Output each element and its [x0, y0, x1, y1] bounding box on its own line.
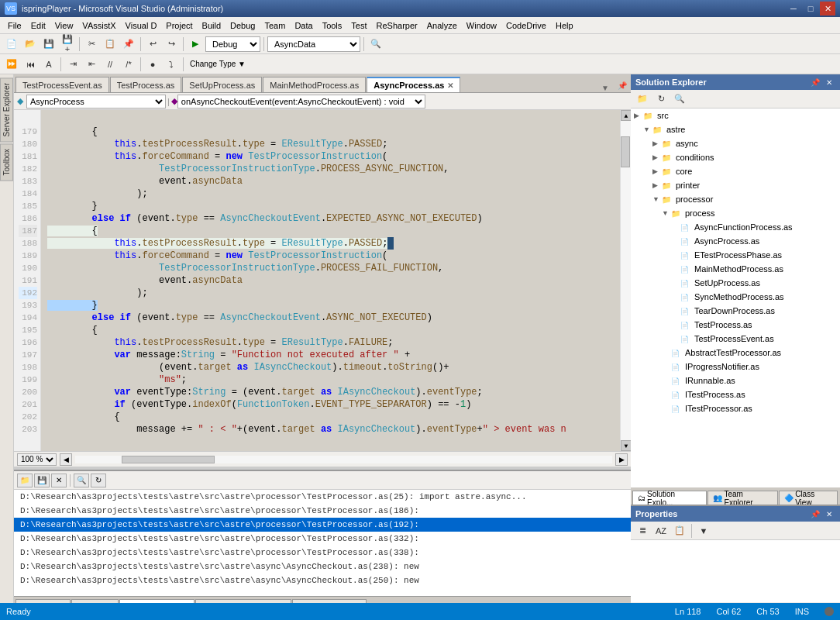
menu-item-project[interactable]: Project	[161, 19, 197, 32]
change-type-btn[interactable]: Change Type ▼	[187, 60, 249, 68]
tab-testprocessevent[interactable]: TestProcessEvent.as	[15, 77, 109, 92]
indent-btn[interactable]: ⇥	[64, 56, 81, 73]
prop-sort-alpha-btn[interactable]: AZ	[652, 522, 670, 539]
menu-item-window[interactable]: Window	[462, 19, 501, 32]
result-row-4[interactable]: D:\Research\as3projects\tests\astre\src\…	[14, 546, 631, 560]
prop-dropdown-btn[interactable]: ▼	[695, 522, 712, 539]
paste-btn[interactable]: 📌	[120, 36, 137, 53]
tb2-btn3[interactable]: A	[40, 56, 57, 73]
menu-item-data[interactable]: Data	[290, 19, 317, 32]
class-dropdown[interactable]: AsyncProcess	[26, 95, 166, 108]
result-row-6[interactable]: D:\Research\as3projects\tests\astre\src\…	[14, 574, 631, 587]
tree-item-asyncprocess[interactable]: 📄 AsyncProcess.as	[631, 234, 840, 248]
find-tb-btn5[interactable]: ↻	[91, 474, 106, 487]
tree-item-process[interactable]: ▼ 📁 process	[631, 206, 840, 220]
bkpt-btn[interactable]: ●	[144, 56, 161, 73]
scroll-thumb[interactable]	[621, 136, 630, 167]
menu-item-visual d[interactable]: Visual D	[121, 19, 162, 32]
find-tb-btn1[interactable]: 📁	[17, 474, 33, 487]
se-tab-team[interactable]: 👥 Team Explorer	[707, 491, 778, 505]
undo-btn[interactable]: ↩	[144, 36, 161, 53]
zoom-left-btn[interactable]: ◀	[60, 453, 72, 466]
se-close-btn[interactable]: ✕	[823, 78, 835, 87]
tree-item-astre[interactable]: ▼ 📁 astre	[631, 122, 840, 136]
zoom-dropdown[interactable]: 100 %	[17, 453, 57, 466]
code-content[interactable]: { this.testProcessResult.type = EResultT…	[41, 110, 620, 451]
tree-item-src[interactable]: ▶ 📁 src	[631, 108, 840, 122]
redo-btn[interactable]: ↪	[163, 36, 180, 53]
close-tab-icon[interactable]: ✕	[447, 81, 453, 90]
tree-item-syncmethodprocess[interactable]: 📄 SyncMethodProcess.as	[631, 290, 840, 304]
tree-item-printer[interactable]: ▶ 📁 printer	[631, 178, 840, 192]
zoom-right-btn[interactable]: ▶	[615, 453, 628, 466]
tree-item-asyncfunctionprocess[interactable]: 📄 AsyncFunctionProcess.as	[631, 220, 840, 234]
tab-asyncprocess[interactable]: AsyncProcess.as ✕	[367, 77, 460, 92]
menu-item-edit[interactable]: Edit	[26, 19, 50, 32]
maximize-button[interactable]: □	[803, 2, 818, 16]
se-filter-btn[interactable]: 🔍	[671, 91, 688, 108]
se-collapse-btn[interactable]: 📁	[634, 91, 651, 108]
menu-item-build[interactable]: Build	[198, 19, 225, 32]
tab-testprocess[interactable]: TestProcess.as	[110, 77, 182, 92]
result-row-1[interactable]: D:\Research\as3projects\tests\astre\src\…	[14, 504, 631, 518]
minimize-button[interactable]: ─	[786, 2, 801, 16]
tree-item-itestprocess[interactable]: 📄 ITestProcess.as	[631, 388, 840, 401]
menu-item-debug[interactable]: Debug	[225, 19, 260, 32]
se-tab-class[interactable]: 🔷 Class View	[779, 491, 838, 505]
uncomment-btn[interactable]: /*	[120, 56, 137, 73]
close-button[interactable]: ✕	[820, 2, 835, 16]
find-tb-btn2[interactable]: 💾	[34, 474, 50, 487]
tb2-btn1[interactable]: ⏩	[3, 56, 20, 73]
method-dropdown[interactable]: onAsyncCheckoutEvent(event:AsyncCheckout…	[177, 95, 425, 108]
prop-close-btn[interactable]: ✕	[823, 510, 835, 518]
open-btn[interactable]: 📂	[22, 36, 39, 53]
copy-btn[interactable]: 📋	[102, 36, 119, 53]
se-pin-btn[interactable]: 📌	[809, 78, 821, 87]
menu-item-view[interactable]: View	[50, 19, 78, 32]
editor-scrollbar[interactable]: ▲ ▼	[620, 110, 631, 451]
debug-mode-dropdown[interactable]: Debug Release	[205, 36, 260, 52]
save-all-btn[interactable]: 💾+	[59, 36, 76, 53]
menu-item-help[interactable]: Help	[551, 19, 578, 32]
tree-item-itestprocessor[interactable]: 📄 ITestProcessor.as	[631, 401, 840, 415]
prop-pin-btn[interactable]: 📌	[809, 510, 821, 518]
pin-tab-btn[interactable]: 📌	[615, 78, 629, 92]
save-btn[interactable]: 💾	[40, 36, 57, 53]
tree-item-core[interactable]: ▶ 📁 core	[631, 164, 840, 178]
project-dropdown[interactable]: AsyncData	[267, 36, 360, 52]
scroll-track[interactable]	[621, 121, 631, 440]
tree-item-conditions[interactable]: ▶ 📁 conditions	[631, 150, 840, 164]
server-explorer-tab[interactable]: Server Explorer	[0, 78, 13, 142]
scroll-down-btn[interactable]: ▼	[621, 440, 631, 451]
prop-sort-cat-btn[interactable]: ≣	[634, 522, 651, 539]
menu-item-vassistx[interactable]: VAssistX	[77, 19, 120, 32]
menu-item-test[interactable]: Test	[346, 19, 371, 32]
tree-item-irunnable[interactable]: 📄 IRunnable.as	[631, 374, 840, 388]
comment-btn[interactable]: //	[102, 56, 119, 73]
tree-item-testprocessevent[interactable]: 📄 TestProcessEvent.as	[631, 332, 840, 346]
tab-setupprocess[interactable]: SetUpProcess.as	[182, 77, 262, 92]
code-area[interactable]: 179 180 181 182 183 184 185 186 187 188 …	[14, 110, 631, 451]
cut-btn[interactable]: ✂	[83, 36, 100, 53]
scroll-up-btn[interactable]: ▲	[621, 110, 631, 121]
menu-item-team[interactable]: Team	[260, 19, 290, 32]
tree-item-etestprocessphase[interactable]: 📄 ETestProcessPhase.as	[631, 248, 840, 262]
step-over-btn[interactable]: ⤵	[163, 56, 180, 73]
result-row-5[interactable]: D:\Research\as3projects\tests\astre\src\…	[14, 560, 631, 574]
result-row-0[interactable]: D:\Research\as3projects\tests\astre\src\…	[14, 490, 631, 504]
toolbox-tab[interactable]: Toolbox	[0, 143, 13, 181]
tree-item-testprocess[interactable]: 📄 TestProcess.as	[631, 318, 840, 332]
se-tab-solution[interactable]: 🗂 Solution Explo...	[632, 491, 707, 505]
menu-item-tools[interactable]: Tools	[318, 19, 347, 32]
tree-item-iprogressnotifier[interactable]: 📄 IProgressNotifier.as	[631, 360, 840, 374]
tree-item-async[interactable]: ▶ 📁 async	[631, 136, 840, 150]
title-controls[interactable]: ─ □ ✕	[786, 2, 835, 16]
tree-item-mainmethodprocess[interactable]: 📄 MainMethodProcess.as	[631, 262, 840, 276]
tab-mainmethodprocess[interactable]: MainMethodProcess.as	[263, 77, 366, 92]
menu-item-file[interactable]: File	[3, 19, 26, 32]
outdent-btn[interactable]: ⇤	[83, 56, 100, 73]
find-tb-btn3[interactable]: ✕	[51, 474, 67, 487]
start-btn[interactable]: ▶	[187, 36, 204, 53]
tree-item-abstracttestprocessor[interactable]: 📄 AbstractTestProcessor.as	[631, 346, 840, 360]
menu-item-resharper[interactable]: ReSharper	[372, 19, 422, 32]
